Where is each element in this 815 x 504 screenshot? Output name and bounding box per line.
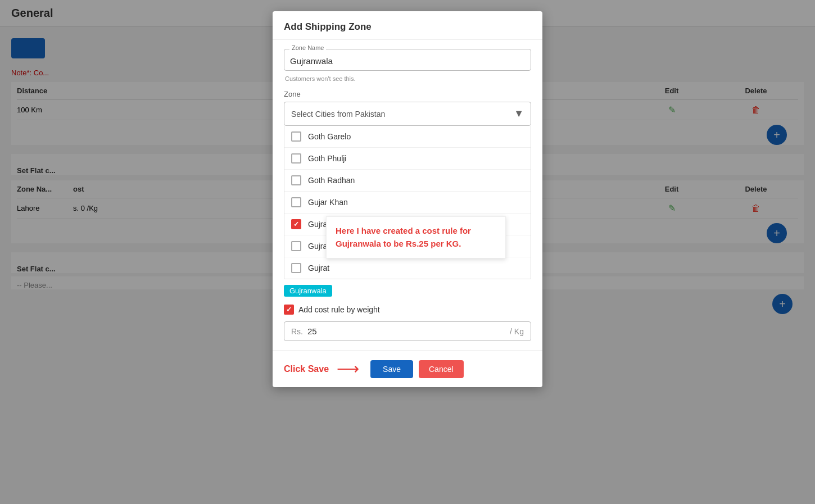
zone-section-label: Zone (284, 90, 531, 98)
modal-dialog: Add Shipping Zone Zone Name Customers wo… (273, 11, 542, 387)
zone-name-label: Zone Name (289, 44, 326, 51)
city-item-goth-radhan[interactable]: Goth Radhan (284, 170, 531, 192)
tooltip-text: Here I have created a cost rule for Gujr… (336, 226, 471, 248)
zone-name-field: Zone Name (284, 49, 531, 71)
city-checkbox-goth-garelo[interactable] (291, 131, 301, 142)
city-name-gujrat: Gujrat (308, 264, 329, 273)
city-checkbox-goth-phulji[interactable] (291, 153, 301, 164)
cancel-button[interactable]: Cancel (419, 360, 464, 378)
zone-name-hint: Customers won't see this. (285, 75, 531, 82)
cost-rule-checkbox[interactable] (284, 305, 294, 315)
cities-dropdown[interactable]: Select Cities from Pakistan ▼ (284, 102, 531, 126)
city-checkbox-gujranwala[interactable] (291, 219, 301, 229)
modal-footer: Click Save ⟶ Save Cancel (273, 350, 542, 387)
cities-dropdown-text: Select Cities from Pakistan (291, 110, 385, 119)
modal-title: Add Shipping Zone (273, 11, 542, 40)
city-checkbox-goth-radhan[interactable] (291, 175, 301, 185)
city-item-goth-phulji[interactable]: Goth Phulji (284, 148, 531, 170)
city-name-gujar-khan: Gujar Khan (308, 198, 348, 207)
cost-rule-row: Add cost rule by weight (284, 305, 531, 315)
weight-input[interactable] (307, 326, 510, 336)
click-save-text: Click Save (284, 364, 329, 374)
dropdown-arrow-icon: ▼ (514, 108, 524, 120)
city-name-goth-phulji: Goth Phulji (308, 154, 346, 163)
weight-suffix: / Kg (510, 327, 524, 336)
city-name-goth-radhan: Goth Radhan (308, 176, 355, 185)
city-name-goth-garelo: Goth Garelo (308, 132, 351, 141)
city-checkbox-gujar-khan[interactable] (291, 197, 301, 207)
save-button[interactable]: Save (370, 360, 413, 378)
tooltip-box: Here I have created a cost rule for Gujr… (326, 216, 506, 258)
cost-rule-label: Add cost rule by weight (298, 305, 380, 314)
selected-tags-container: Gujranwala (284, 285, 531, 297)
selected-tag-gujranwala: Gujranwala (284, 285, 332, 297)
modal-body: Zone Name Customers won't see this. Zone… (273, 40, 542, 350)
weight-input-group: Rs. / Kg (284, 321, 531, 341)
city-checkbox-gujranwala-division[interactable] (291, 241, 301, 251)
weight-prefix: Rs. (291, 327, 303, 336)
city-item-gujar-khan[interactable]: Gujar Khan (284, 192, 531, 214)
city-item-goth-garelo[interactable]: Goth Garelo (284, 126, 531, 148)
arrow-right-icon: ⟶ (337, 360, 359, 378)
city-item-gujrat[interactable]: Gujrat (284, 257, 531, 279)
zone-name-input[interactable] (284, 49, 531, 71)
city-checkbox-gujrat[interactable] (291, 263, 301, 273)
